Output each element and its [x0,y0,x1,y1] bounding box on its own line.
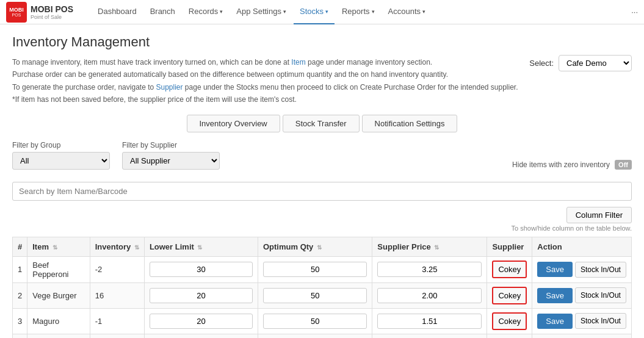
lower-limit-input[interactable] [150,262,253,277]
save-button[interactable]: Save [537,314,573,329]
hide-toggle-row: Hide items with zero inventory Off [512,160,632,170]
app-settings-arrow: ▾ [283,9,286,15]
stocks-arrow: ▾ [325,9,328,15]
inventory-sort-icon[interactable]: ⇅ [134,244,139,251]
logo-pos: POS [12,13,21,17]
filter-group-supplier: Filter by Supplier All Supplier [122,141,220,170]
search-input[interactable] [12,182,632,201]
lower-limit-sort-icon[interactable]: ⇅ [197,244,202,251]
cell-supplier-price [372,334,487,338]
search-row [12,182,632,201]
nav-item-dashboard[interactable]: Dashboard [92,0,143,24]
optimum-qty-input[interactable] [263,262,367,277]
lower-limit-input[interactable] [150,288,253,303]
cell-num: 3 [13,308,27,334]
nav-item-records[interactable]: Records ▾ [183,0,229,24]
hide-toggle-state[interactable]: Off [615,160,632,170]
supplier-price-sort-icon[interactable]: ⇅ [434,244,439,251]
col-inventory: Inventory ⇅ [90,237,144,256]
table-body: 1 Beef Pepperoni -2 Cokey Save Stock In/… [13,256,632,338]
nav-item-stocks[interactable]: Stocks ▾ [294,0,335,24]
cell-item: Beef Pepperoni [27,256,90,282]
nav-item-reports[interactable]: Reports ▾ [336,0,381,24]
cafe-demo-select[interactable]: Cafe Demo [559,55,632,71]
stock-inout-button[interactable]: Stock In/Out [575,262,626,278]
notification-settings-button[interactable]: Notification Settings [362,115,458,132]
item-link[interactable]: Item [291,58,305,67]
cell-lower-limit [144,256,258,282]
filter-group-label: Filter by Group [12,141,110,149]
nav-item-app-settings[interactable]: App Settings ▾ [230,0,292,24]
cell-optimum-qty [258,256,372,282]
inventory-overview-button[interactable]: Inventory Overview [187,115,280,132]
table-header: # Item ⇅ Inventory ⇅ Lower Limit ⇅ Optim… [13,237,632,256]
filters-row: Filter by Group All Filter by Supplier A… [12,141,220,170]
cell-supplier: Cokey [487,256,532,282]
col-supplier: Supplier [487,237,532,256]
logo-area: MOBI POS MOBI POS Point of Sale [6,2,73,23]
cell-action: Save Stock In/Out [532,308,632,334]
stock-inout-button[interactable]: Stock In/Out [575,287,626,303]
col-filter-row: Column Filter [12,207,632,223]
logo-mobi: MOBI [9,7,24,13]
inventory-table: # Item ⇅ Inventory ⇅ Lower Limit ⇅ Optim… [12,237,632,338]
cell-action: Save Stock In/Out [532,282,632,308]
supplier-button[interactable]: Cokey [492,287,527,304]
col-filter-hint: To show/hide column on the table below. [12,225,632,232]
supplier-price-input[interactable] [377,314,482,329]
nav-links: Dashboard Branch Records ▾ App Settings … [92,0,631,24]
filter-group-group: Filter by Group All [12,141,110,170]
save-button[interactable]: Save [537,262,573,277]
table-row: 1 Beef Pepperoni -2 Cokey Save Stock In/… [13,256,632,282]
cell-optimum-qty [258,282,372,308]
item-sort-icon[interactable]: ⇅ [52,244,57,251]
select-row: Select: Cafe Demo [529,55,632,71]
nav-item-branch[interactable]: Branch [144,0,181,24]
lower-limit-input[interactable] [150,314,253,329]
supplier-link[interactable]: Supplier [156,83,183,92]
cell-supplier: Cokey [487,334,532,338]
save-button[interactable]: Save [537,288,573,303]
cell-supplier-price [372,308,487,334]
col-action: Action [532,237,632,256]
page-title: Inventory Management [12,34,632,50]
optimum-qty-input[interactable] [263,288,367,303]
optimum-qty-sort-icon[interactable]: ⇅ [317,244,322,251]
records-arrow: ▾ [220,9,223,15]
supplier-button[interactable]: Cokey [492,312,527,330]
filter-supplier-select[interactable]: All Supplier [122,152,220,170]
cell-supplier: Cokey [487,308,532,334]
nav-more[interactable]: ··· [631,7,638,16]
cell-supplier-price [372,282,487,308]
accounts-arrow: ▾ [422,9,425,15]
col-optimum-qty: Optimum Qty ⇅ [258,237,372,256]
logo-text-sub: Point of Sale [31,14,73,20]
col-num: # [13,237,27,256]
cell-inventory: 70 [90,334,144,338]
supplier-price-input[interactable] [377,262,482,277]
cell-lower-limit [144,334,258,338]
nav-item-accounts[interactable]: Accounts ▾ [382,0,432,24]
cell-inventory: -2 [90,256,144,282]
cell-num: 1 [13,256,27,282]
reports-arrow: ▾ [372,9,375,15]
cell-num: 2 [13,282,27,308]
cell-num: 4 [13,334,27,338]
supplier-price-input[interactable] [377,288,482,303]
table-row: 3 Maguro -1 Cokey Save Stock In/Out [13,308,632,334]
stock-transfer-button[interactable]: Stock Transfer [283,115,360,132]
hide-toggle-label: Hide items with zero inventory [512,160,610,169]
column-filter-button[interactable]: Column Filter [566,207,632,223]
stock-inout-button[interactable]: Stock In/Out [575,313,626,329]
cell-item: Maguro [27,308,90,334]
cell-inventory: 16 [90,282,144,308]
col-item: Item ⇅ [27,237,90,256]
logo-box: MOBI POS [6,2,27,23]
cell-action: Save Stock In/Out [532,256,632,282]
optimum-qty-input[interactable] [263,314,367,329]
logo-text-main: MOBI POS [31,4,73,14]
cell-optimum-qty [258,308,372,334]
supplier-button[interactable]: Cokey [492,261,527,278]
filter-group-select[interactable]: All [12,152,110,170]
cell-lower-limit [144,282,258,308]
